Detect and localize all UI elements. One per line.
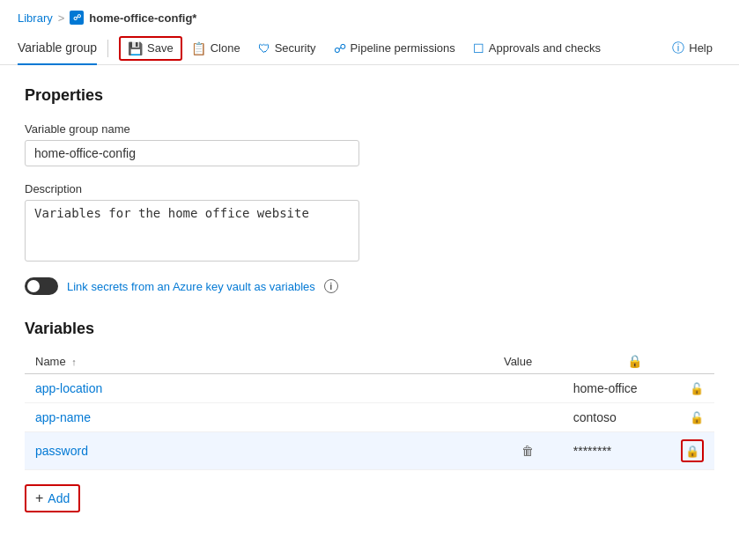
shield-icon: 🛡: [258, 41, 270, 55]
info-icon[interactable]: i: [324, 279, 338, 293]
var-value-cell: ********: [563, 432, 653, 470]
lock-icon: 🔒: [685, 445, 699, 458]
lock-header-icon: 🔒: [627, 354, 642, 368]
description-input[interactable]: Variables for the home office website: [25, 200, 359, 262]
approvals-checks-label: Approvals and checks: [489, 41, 601, 55]
approvals-icon: ☐: [473, 41, 484, 55]
col-name-header: Name ↑: [25, 349, 493, 374]
approvals-checks-button[interactable]: ☐ Approvals and checks: [464, 36, 610, 61]
lock-icon[interactable]: 🔓: [690, 411, 704, 424]
toolbar-right: ⓘ Help: [663, 35, 721, 62]
table-row: password🗑********🔒: [25, 432, 714, 470]
toolbar: Variable group 💾 Save 📋 Clone 🛡 Security…: [0, 32, 739, 65]
properties-section-title: Properties: [25, 86, 714, 105]
breadcrumb-library-link[interactable]: Library: [18, 11, 53, 25]
help-icon: ⓘ: [672, 41, 684, 56]
variables-table: Name ↑ Value 🔒 app-locationhome-office🔓a…: [25, 349, 714, 470]
save-label: Save: [147, 41, 174, 55]
group-name-label: Variable group name: [25, 122, 714, 136]
table-row: app-namecontoso🔓: [25, 403, 714, 432]
table-header-row: Name ↑ Value 🔒: [25, 349, 714, 374]
var-name-cell[interactable]: app-name: [25, 403, 493, 432]
group-name-input[interactable]: [25, 140, 359, 166]
security-label: Security: [275, 41, 316, 55]
clone-label: Clone: [211, 41, 240, 55]
pipeline-permissions-button[interactable]: ☍ Pipeline permissions: [325, 36, 464, 61]
col-value-header: Value: [493, 349, 563, 374]
var-value-cell: home-office: [563, 374, 653, 403]
var-action-cell: 🗑: [493, 432, 563, 470]
toggle-row: Link secrets from an Azure key vault as …: [25, 277, 714, 295]
variables-section-title: Variables: [25, 320, 714, 338]
breadcrumb-lib-icon: ☍: [70, 11, 84, 25]
add-variable-button[interactable]: + Add: [25, 484, 80, 512]
tab-variable-group[interactable]: Variable group: [18, 32, 97, 65]
sort-arrow: ↑: [71, 357, 77, 367]
key-vault-toggle[interactable]: [25, 277, 58, 295]
save-icon: 💾: [128, 41, 143, 55]
lock-box[interactable]: 🔒: [681, 439, 704, 462]
pipeline-icon: ☍: [334, 41, 346, 55]
description-label: Description: [25, 182, 714, 195]
var-action-cell: [493, 374, 563, 403]
var-name-cell[interactable]: password: [25, 432, 493, 470]
clone-button[interactable]: 📋 Clone: [182, 36, 249, 61]
var-action-cell: [493, 403, 563, 432]
help-button[interactable]: ⓘ Help: [663, 35, 721, 62]
plus-icon: +: [35, 490, 43, 506]
var-lock-cell: 🔓: [653, 403, 714, 432]
help-label: Help: [689, 41, 713, 55]
save-button[interactable]: 💾 Save: [119, 36, 182, 61]
breadcrumb-current: home-office-config*: [89, 11, 196, 25]
toolbar-divider: [107, 40, 108, 57]
security-button[interactable]: 🛡 Security: [249, 36, 325, 61]
breadcrumb: Library > ☍ home-office-config*: [0, 0, 739, 32]
clone-icon: 📋: [191, 41, 206, 55]
description-field: Description Variables for the home offic…: [25, 182, 714, 262]
delete-icon[interactable]: 🗑: [521, 444, 534, 458]
toggle-thumb: [27, 280, 40, 292]
pipeline-permissions-label: Pipeline permissions: [351, 41, 455, 55]
toggle-label[interactable]: Link secrets from an Azure key vault as …: [67, 280, 315, 293]
var-lock-cell: 🔒: [653, 432, 714, 470]
breadcrumb-separator: >: [58, 11, 65, 25]
col-lock-header: 🔒: [563, 349, 653, 374]
add-label: Add: [48, 491, 70, 505]
toggle-track: [25, 277, 58, 295]
lock-icon[interactable]: 🔓: [690, 382, 704, 395]
var-lock-cell: 🔓: [653, 374, 714, 403]
main-content: Properties Variable group name Descripti…: [0, 65, 739, 534]
var-value-cell: contoso: [563, 403, 653, 432]
table-row: app-locationhome-office🔓: [25, 374, 714, 403]
group-name-field: Variable group name: [25, 122, 714, 166]
var-name-cell[interactable]: app-location: [25, 374, 493, 403]
